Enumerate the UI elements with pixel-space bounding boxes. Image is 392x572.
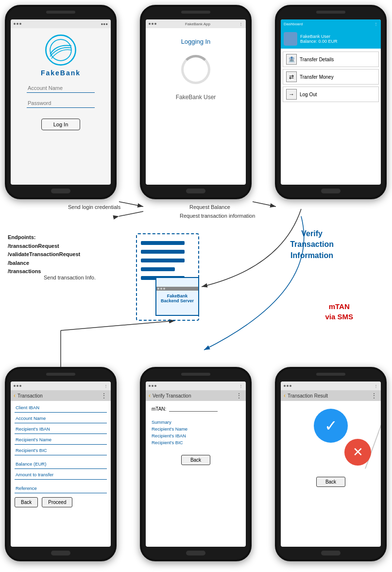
failure-circle: ✕ — [344, 439, 371, 466]
status-bar-title: FakeBank App — [185, 22, 210, 26]
mtan-input[interactable] — [169, 406, 218, 412]
fakebank-title: FakeBank — [41, 69, 81, 77]
recipient-bic-field: Recipient's BIC — [15, 446, 107, 455]
menu-transfer-money[interactable]: ⇄ Transfer Money — [283, 69, 379, 85]
menu-log-out[interactable]: → Log Out — [283, 87, 379, 102]
endpoints-box: Endpoints: /transactionRequest /validate… — [8, 233, 80, 276]
dashboard-balance: Balance: 0.00 EUR — [300, 39, 338, 44]
user-avatar — [284, 32, 297, 46]
verify-back-button[interactable]: Back — [181, 455, 210, 465]
verify-recipient-bic: Recipient's BIC — [152, 440, 240, 445]
verify-recipient-iban: Recipient's IBAN — [152, 433, 240, 438]
x-icon: ✕ — [353, 445, 363, 460]
menu-log-out-label: Log Out — [300, 92, 317, 97]
verify-app-bar: ‹ Verify Transaction ⋮ — [146, 390, 246, 401]
phone-verify-transaction: ⋮ ‹ Verify Transaction ⋮ mTAN: Summary R… — [140, 367, 252, 561]
account-name-field: Account Name — [15, 414, 107, 423]
result-back-button[interactable]: Back — [316, 477, 345, 487]
mtan-sms-label: mTANvia SMS — [325, 301, 353, 322]
login-button[interactable]: Log In — [41, 119, 81, 130]
transaction-back-button[interactable]: Back — [15, 497, 38, 507]
recipient-name-field: Recipient's Name — [15, 435, 107, 445]
verify-transaction-label: VerifyTransactionInformation — [290, 228, 334, 261]
dashboard-status: Dashboard — [284, 22, 303, 26]
dashboard-user-name: FakeBank User — [300, 34, 338, 39]
password-input[interactable] — [27, 99, 95, 108]
diagram-area: Send login credentials Request Balance R… — [0, 204, 392, 369]
reference-field: Reference — [15, 484, 107, 493]
logging-title: Logging In — [181, 38, 211, 45]
arrow-label-login: Send login credentials — [68, 204, 120, 210]
phone-dashboard: Dashboard ⋮ FakeBank User Balance: 0.00 … — [275, 5, 387, 199]
menu-transfer-details-label: Transfer Details — [300, 57, 334, 62]
recipient-iban-field: Recipient's IBAN — [15, 424, 107, 434]
transaction-app-bar: ‹ Transaction ⋮ — [11, 390, 111, 401]
arrow-label-request-tx: Request transaction information — [180, 213, 255, 219]
phone-transaction-result: ⋮ ‹ Transaction Result ⋮ ✓ ✕ Back — [275, 367, 387, 561]
result-app-bar: ‹ Transaction Result ⋮ — [281, 390, 381, 401]
menu-transfer-details[interactable]: 🏦 Transfer Details — [283, 52, 379, 67]
log-out-icon: → — [286, 89, 297, 100]
transfer-money-icon: ⇄ — [286, 71, 297, 82]
dashboard-menu: 🏦 Transfer Details ⇄ Transfer Money → Lo… — [281, 49, 381, 105]
verify-recipient-name: Recipient's Name — [152, 426, 240, 432]
result-title: Transaction Result — [288, 393, 328, 399]
transaction-title: Transaction — [17, 393, 43, 399]
transaction-proceed-button[interactable]: Proceed — [42, 497, 72, 507]
summary-label: Summary — [152, 419, 240, 425]
dashboard-header: FakeBank User Balance: 0.00 EUR — [281, 28, 381, 49]
verify-title: Verify Transaction — [153, 393, 191, 399]
fakebank-logo-icon — [44, 33, 78, 67]
success-circle: ✓ — [314, 409, 348, 443]
mtan-label: mTAN: — [152, 406, 166, 412]
client-iban-field: Client IBAN — [15, 403, 107, 413]
phone-transaction: ⋮ ‹ Transaction ⋮ Client IBAN Account Na… — [5, 367, 117, 561]
phone-login: ●●● FakeBank Log In — [5, 5, 117, 199]
arrow-label-balance: Request Balance — [189, 204, 230, 210]
fakebank-server-box: FakeBank Backend Server — [155, 277, 199, 316]
phone-logging-in: FakeBank App ⋮ Logging In FakeBank User — [140, 5, 252, 199]
loading-spinner — [181, 55, 210, 84]
transfer-details-icon: 🏦 — [286, 54, 297, 65]
checkmark-icon: ✓ — [324, 416, 338, 435]
amount-transfer-field: Amount to transfer — [15, 470, 107, 480]
account-name-input[interactable] — [27, 84, 95, 93]
balance-eur-field: Balance (EUR) — [15, 459, 107, 469]
logged-user-name: FakeBank User — [176, 94, 216, 101]
menu-transfer-money-label: Transfer Money — [300, 74, 334, 80]
